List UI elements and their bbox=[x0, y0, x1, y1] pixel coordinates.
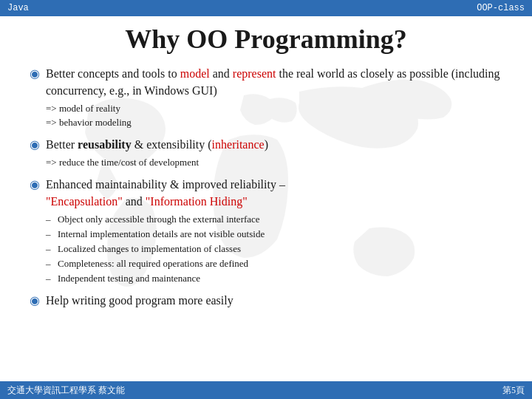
text-amp-ext: & extensibility ( bbox=[132, 138, 212, 151]
dash-2: – bbox=[46, 228, 58, 242]
bullet-icon-4: ◉ bbox=[30, 293, 46, 307]
sub-bullet-1a: => model of reality bbox=[46, 102, 502, 116]
text-better: Better bbox=[46, 138, 78, 151]
bullet-text-3: Enhanced maintainability & improved reli… bbox=[46, 176, 502, 210]
bullet-section-3: ◉ Enhanced maintainability & improved re… bbox=[30, 176, 502, 286]
bottom-bar: 交通大學資訊工程學系 蔡文能 第5頁 bbox=[0, 381, 532, 399]
dash-text-2: Internal implementation details are not … bbox=[58, 228, 265, 242]
reusability-text: reusability bbox=[78, 138, 132, 151]
bullet-item-1: ◉ Better concepts and tools to model and… bbox=[30, 65, 502, 99]
bullet-section-4: ◉ Help writing good program more easily bbox=[30, 292, 502, 309]
enhanced-text: Enhanced maintainability & improved reli… bbox=[46, 178, 285, 191]
dash-3: – bbox=[46, 242, 58, 256]
bullet-icon-1: ◉ bbox=[30, 66, 46, 81]
bullet-text-4: Help writing good program more easily bbox=[46, 292, 502, 309]
bullet-item-3: ◉ Enhanced maintainability & improved re… bbox=[30, 176, 502, 210]
top-bar: Java OOP-class bbox=[0, 0, 532, 16]
text-and-join: and bbox=[123, 195, 146, 208]
bullet-text-2: Better reusability & extensibility (inhe… bbox=[46, 136, 502, 153]
bullet-section-1: ◉ Better concepts and tools to model and… bbox=[30, 65, 502, 130]
dash-text-5: Independent testing and maintenance bbox=[58, 272, 200, 286]
top-bar-left-label: Java bbox=[7, 3, 29, 13]
bullet-item-4: ◉ Help writing good program more easily bbox=[30, 292, 502, 309]
bottom-bar-left-label: 交通大學資訊工程學系 蔡文能 bbox=[7, 384, 125, 397]
bullet-icon-2: ◉ bbox=[30, 137, 46, 151]
dash-text-4: Completeness: all required operations ar… bbox=[58, 257, 248, 271]
sub-bullet-1b: => behavior modeling bbox=[46, 116, 502, 130]
sub-bullet-2a: => reduce the time/cost of development bbox=[46, 156, 502, 170]
bullet-section-2: ◉ Better reusability & extensibility (in… bbox=[30, 136, 502, 170]
text-close-paren: ) bbox=[265, 138, 268, 151]
dash-4: – bbox=[46, 257, 58, 271]
dash-5: – bbox=[46, 272, 58, 286]
slide-title: Why OO Programming? bbox=[30, 24, 502, 55]
slide-content: Why OO Programming? ◉ Better concepts an… bbox=[0, 16, 532, 381]
dash-text-3: Localized changes to implementation of c… bbox=[58, 242, 241, 256]
infohiding-text: "Information Hiding" bbox=[146, 195, 248, 208]
dash-item-3: –Localized changes to implementation of … bbox=[46, 242, 502, 256]
dash-item-2: –Internal implementation details are not… bbox=[46, 228, 502, 242]
bullet-text-1: Better concepts and tools to model and r… bbox=[46, 65, 502, 99]
dash-text-1: Object only accessible through the exter… bbox=[58, 213, 260, 227]
bottom-bar-right-label: 第5頁 bbox=[502, 384, 525, 397]
model-text: model bbox=[180, 67, 210, 80]
bullet-icon-3: ◉ bbox=[30, 177, 46, 191]
represent-text: represent bbox=[233, 67, 276, 80]
dash-1: – bbox=[46, 213, 58, 227]
dash-item-1: –Object only accessible through the exte… bbox=[46, 213, 502, 227]
encapsulation-text: "Encapsulation" bbox=[46, 195, 123, 208]
sub-sub-bullets-3: –Object only accessible through the exte… bbox=[46, 213, 502, 285]
bullet-item-2: ◉ Better reusability & extensibility (in… bbox=[30, 136, 502, 153]
sub-bullets-2: => reduce the time/cost of development bbox=[46, 156, 502, 170]
text-between-model-represent: and bbox=[210, 67, 233, 80]
dash-item-5: –Independent testing and maintenance bbox=[46, 272, 502, 286]
top-bar-right-label: OOP-class bbox=[477, 3, 525, 13]
sub-bullets-1: => model of reality => behavior modeling bbox=[46, 102, 502, 130]
inheritance-text: inheritance bbox=[212, 138, 265, 151]
text-before-model: Better concepts and tools to bbox=[46, 67, 180, 80]
dash-item-4: –Completeness: all required operations a… bbox=[46, 257, 502, 271]
